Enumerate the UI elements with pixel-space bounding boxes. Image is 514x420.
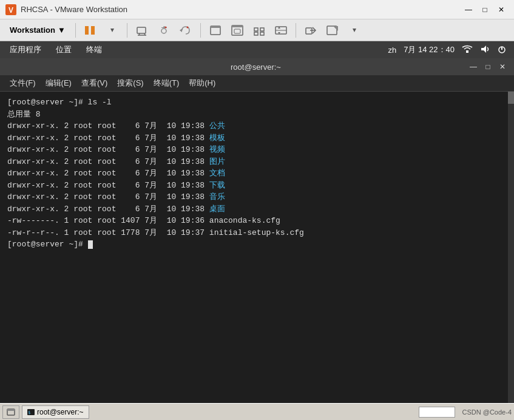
window-controls: — □ ✕ [461, 4, 509, 16]
locale-label: zh [388, 46, 396, 55]
taskbar-input[interactable] [419, 407, 455, 418]
svg-rect-20 [260, 28, 264, 31]
terminal-line-10: drwxr-xr-x. 2 root root 6 7月 10 19:38 桌面 [7, 203, 501, 215]
workstation-menu-button[interactable]: Workstation ▼ [5, 23, 70, 37]
terminal-line-12: -rw-r--r--. 1 root root 1778 7月 10 19:37… [7, 227, 501, 239]
toolbar-separator-4 [296, 23, 296, 38]
terminal-output[interactable]: [root@server ~]# ls -l 总用量 8 drwxr-xr-x.… [0, 92, 508, 403]
terminal-menu-file[interactable]: 文件(F) [5, 76, 41, 90]
terminal-window-controls: — □ ✕ [467, 61, 509, 72]
watermark-label: CSDN @Code-4 [462, 408, 512, 416]
send-files-button[interactable] [301, 22, 320, 39]
terminal-line-4: drwxr-xr-x. 2 root root 6 7月 10 19:38 模板 [7, 132, 501, 144]
terminal-taskbar-label: root@server:~ [37, 408, 84, 416]
svg-rect-21 [260, 32, 264, 35]
workstation-label: Workstation [10, 25, 55, 35]
datetime-label: 7月 14 22：40 [404, 44, 455, 55]
normal-view-button[interactable] [206, 22, 225, 39]
window-title: RHCSA - VMware Workstation [21, 5, 461, 14]
terminal-minimize-button[interactable]: — [467, 61, 480, 72]
fullscreen-button[interactable] [228, 22, 247, 39]
terminal-line-7: drwxr-xr-x. 2 root root 6 7月 10 19:38 文档 [7, 168, 501, 180]
svg-rect-18 [254, 28, 258, 31]
terminal-menu-terminal[interactable]: 终端(T) [149, 76, 184, 90]
svg-point-10 [164, 26, 166, 28]
svg-rect-26 [306, 28, 312, 34]
terminal-line-9: drwxr-xr-x. 2 root root 6 7月 10 19:38 音乐 [7, 191, 501, 203]
volume-icon[interactable] [480, 45, 490, 55]
toolbar-separator-2 [127, 23, 127, 38]
power-icon[interactable] [497, 45, 507, 55]
terminal-line-11: -rw-------. 1 root root 1407 7月 10 19:36… [7, 215, 501, 227]
send-ctrl-alt-del-button[interactable] [132, 22, 152, 39]
show-desktop-button[interactable] [2, 405, 19, 419]
svg-rect-3 [91, 26, 95, 35]
terminal-content-area[interactable]: [root@server ~]# ls -l 总用量 8 drwxr-xr-x.… [0, 92, 514, 403]
terminal-title-bar: root@server:~ — □ ✕ [0, 58, 514, 75]
pause-resume-button[interactable] [81, 22, 100, 39]
terminal-line-6: drwxr-xr-x. 2 root root 6 7月 10 19:38 图片 [7, 156, 501, 168]
minimize-button[interactable]: — [461, 4, 476, 16]
terminal-menu-search[interactable]: 搜索(S) [112, 76, 148, 90]
svg-rect-19 [254, 32, 258, 35]
terminal-maximize-button[interactable]: □ [481, 61, 495, 72]
network-icon [462, 45, 473, 55]
places-menu[interactable]: 位置 [53, 43, 74, 56]
svg-rect-14 [211, 26, 220, 28]
svg-marker-11 [180, 29, 182, 32]
expand-dropdown-button[interactable] [345, 22, 364, 39]
maximize-vm-button[interactable] [323, 22, 342, 39]
close-button[interactable]: ✕ [493, 4, 509, 16]
title-bar: V RHCSA - VMware Workstation — □ ✕ [0, 0, 514, 19]
svg-rect-31 [466, 50, 468, 53]
system-bar: 应用程序 位置 终端 zh 7月 14 22：40 [0, 41, 514, 58]
svg-marker-4 [110, 29, 114, 32]
terminal-taskbar-button[interactable]: $ root@server:~ [22, 405, 89, 419]
terminal-menu-edit[interactable]: 编辑(E) [41, 76, 76, 90]
svg-text:$: $ [28, 410, 30, 415]
svg-rect-5 [137, 27, 146, 33]
svg-rect-36 [7, 409, 15, 411]
terminal-line-13: [root@server ~]# [7, 239, 501, 251]
svg-text:V: V [8, 6, 13, 15]
terminal-menu-view[interactable]: 查看(V) [76, 76, 112, 90]
taskbar: $ root@server:~ CSDN @Code-4 [0, 403, 514, 420]
svg-marker-30 [353, 29, 356, 32]
terminal-line-1: [root@server ~]# ls -l [7, 97, 501, 109]
terminal-line-5: drwxr-xr-x. 2 root root 6 7月 10 19:38 视频 [7, 144, 501, 156]
app-window: V RHCSA - VMware Workstation — □ ✕ Works… [0, 0, 514, 420]
svg-rect-2 [85, 26, 89, 35]
terminal-title: root@server:~ [45, 63, 467, 72]
svg-point-9 [161, 29, 166, 33]
svg-marker-29 [333, 26, 338, 31]
terminal-close-button[interactable]: ✕ [496, 61, 509, 72]
terminal-menu-bar: 文件(F) 编辑(E) 查看(V) 搜索(S) 终端(T) 帮助(H) [0, 75, 514, 92]
terminal-window: root@server:~ — □ ✕ 文件(F) 编辑(E) 查看(V) 搜索… [0, 58, 514, 403]
toolbar-separator-1 [75, 23, 76, 38]
apps-menu[interactable]: 应用程序 [7, 43, 44, 56]
system-menu-left: 应用程序 位置 终端 [7, 43, 388, 56]
dropdown-arrow-icon: ▼ [58, 25, 66, 35]
terminal-scrollbar[interactable] [508, 92, 514, 403]
maximize-button[interactable]: □ [477, 4, 493, 16]
system-bar-right: zh 7月 14 22：40 [388, 44, 507, 55]
svg-rect-17 [234, 29, 240, 33]
app-icon: V [5, 4, 17, 16]
svg-rect-16 [232, 25, 243, 27]
terminal-menu-help[interactable]: 帮助(H) [184, 76, 220, 90]
terminal-menu[interactable]: 终端 [84, 43, 104, 56]
terminal-line-3: drwxr-xr-x. 2 root root 6 7月 10 19:38 公共 [7, 120, 501, 132]
autofit-button[interactable] [271, 22, 291, 39]
vm-toolbar: Workstation ▼ [0, 19, 514, 41]
scrollbar-thumb[interactable] [508, 92, 514, 104]
toolbar-separator-3 [200, 23, 201, 38]
svg-marker-32 [481, 46, 486, 53]
snapshot-button[interactable] [154, 22, 174, 39]
unity-button[interactable] [249, 22, 269, 39]
pause-dropdown-button[interactable] [103, 22, 122, 39]
svg-point-12 [186, 26, 188, 28]
terminal-line-2: 总用量 8 [7, 109, 501, 121]
restore-snapshot-button[interactable] [176, 22, 195, 39]
terminal-line-8: drwxr-xr-x. 2 root root 6 7月 10 19:38 下载 [7, 180, 501, 192]
